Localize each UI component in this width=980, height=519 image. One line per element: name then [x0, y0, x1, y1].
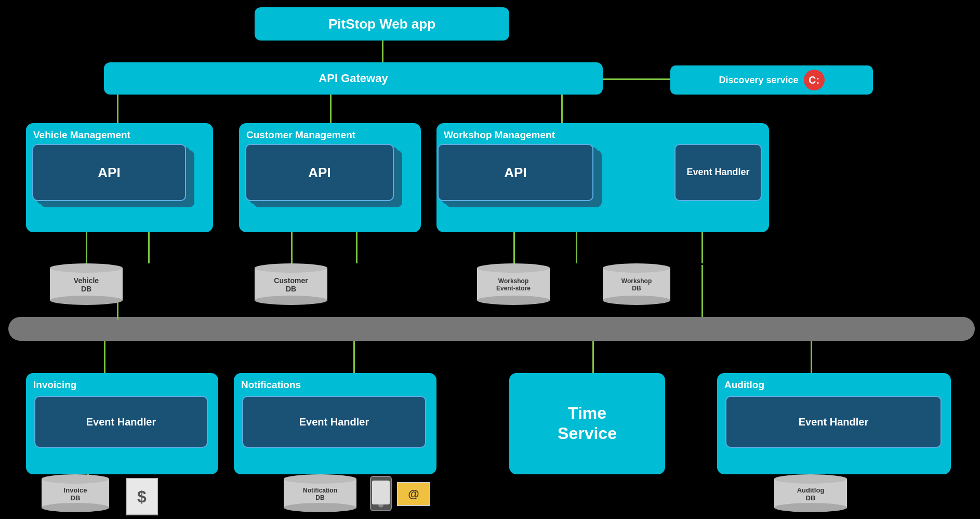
invoicing-box: Invoicing Event Handler — [26, 373, 218, 474]
workshop-db-top — [603, 263, 670, 273]
connector-workshop-eventhandler-bus — [701, 265, 703, 317]
discovery-service-label: Discovery service — [719, 75, 798, 86]
vehicle-api-box: API — [32, 144, 186, 201]
auditlog-db: AuditlogDB — [774, 474, 847, 512]
auditlog-db-top — [774, 474, 847, 484]
customer-api-box: API — [245, 144, 394, 201]
invoice-db-top — [42, 474, 109, 484]
workshop-api-box: API — [438, 144, 593, 201]
pitstop-webapp-box: PitStop Web app — [255, 7, 509, 41]
vehicle-management-box: Vehicle Management API — [26, 123, 213, 232]
workshop-event-store-db-bottom — [477, 296, 550, 305]
auditlog-event-handler-box: Event Handler — [725, 396, 942, 448]
customer-db: Customer DB — [255, 263, 327, 305]
connector-bus-notifications — [353, 341, 355, 373]
notifications-box: Notifications Event Handler — [234, 373, 436, 474]
api-gateway-box: API Gateway — [104, 62, 603, 95]
workshop-event-handler-box: Event Handler — [674, 144, 762, 201]
consul-icon: C: — [804, 70, 825, 90]
discovery-service-box: Discovery service C: — [670, 65, 873, 95]
notifications-title: Notifications — [241, 379, 301, 391]
time-service-box: Time Service — [509, 373, 665, 474]
notifications-event-handler-box: Event Handler — [242, 396, 426, 448]
vehicle-db-bottom — [50, 296, 123, 305]
mobile-icon — [370, 476, 392, 511]
notification-db-top — [284, 474, 356, 484]
customer-management-title: Customer Management — [246, 129, 355, 141]
workshop-db-bottom — [603, 296, 670, 305]
workshop-db: WorkshopDB — [603, 263, 670, 305]
connector-gw-customer — [330, 95, 332, 123]
invoicing-title: Invoicing — [33, 379, 76, 391]
time-service-title: Time Service — [558, 403, 617, 443]
connector-vehicle-db2 — [148, 232, 150, 263]
connector-vehicle-db1 — [86, 232, 87, 263]
vehicle-db: Vehicle DB — [50, 263, 123, 305]
pitstop-webapp-label: PitStop Web app — [328, 16, 435, 32]
vehicle-management-title: Vehicle Management — [33, 129, 130, 141]
invoicing-event-handler-box: Event Handler — [34, 396, 208, 448]
customer-db-bottom — [255, 296, 327, 305]
connector-workshop-db1 — [513, 232, 515, 263]
notification-db-bottom — [284, 503, 356, 512]
notification-db: NotificationDB — [284, 474, 356, 512]
message-bus-bar — [8, 317, 975, 341]
api-gateway-label: API Gateway — [319, 72, 388, 85]
connector-customer-db2 — [356, 232, 357, 263]
customer-management-box: Customer Management API — [239, 123, 421, 232]
customer-db-top — [255, 263, 327, 273]
workshop-event-store-db: WorkshopEvent-store — [477, 263, 550, 305]
connector-gw-workshop — [561, 95, 563, 123]
email-icon: @ — [397, 482, 430, 506]
connector-customer-db1 — [291, 232, 293, 263]
connector-workshop-db2 — [576, 232, 577, 263]
auditlog-box: Auditlog Event Handler — [717, 373, 951, 474]
invoice-db-bottom — [42, 503, 109, 512]
mobile-screen — [372, 481, 390, 504]
workshop-management-title: Workshop Management — [444, 129, 555, 141]
auditlog-db-bottom — [774, 503, 847, 512]
connector-workshop-db3 — [701, 232, 703, 263]
invoice-db: InvoiceDB — [42, 474, 109, 512]
workshop-event-store-db-top — [477, 263, 550, 273]
architecture-diagram: PitStop Web app API Gateway Discovery se… — [0, 0, 980, 519]
connector-bus-timeservice — [592, 341, 594, 373]
connector-bus-invoicing — [104, 341, 105, 373]
connector-bus-auditlog — [811, 341, 812, 373]
connector-gateway-discovery — [603, 78, 670, 80]
dollar-invoice-icon: $ — [126, 478, 158, 515]
auditlog-title: Auditlog — [724, 379, 764, 391]
workshop-management-box: Workshop Management API Event Handler — [436, 123, 769, 232]
vehicle-db-top — [50, 263, 123, 273]
connector-gw-vehicle — [117, 95, 118, 123]
